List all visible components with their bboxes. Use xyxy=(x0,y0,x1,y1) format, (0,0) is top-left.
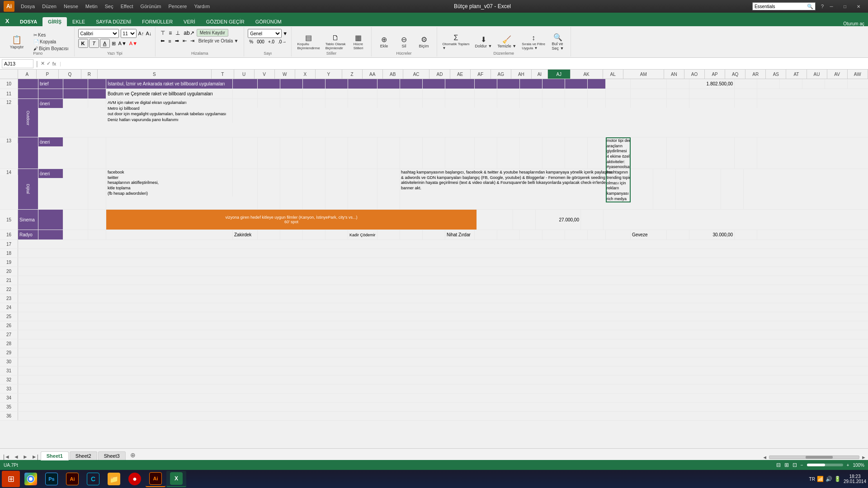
col-header-aq[interactable]: AQ xyxy=(725,70,745,79)
cell-a15[interactable]: Sinema xyxy=(18,210,38,230)
col-header-af[interactable]: AF xyxy=(471,70,491,79)
cell-ac10[interactable] xyxy=(445,79,475,89)
tab-gorunum[interactable]: GÖRÜNÜM xyxy=(250,17,287,26)
taskbar-files[interactable]: 📁 xyxy=(104,471,124,487)
cell-z14[interactable] xyxy=(377,169,400,209)
taskbar-illustrator[interactable]: Ai xyxy=(62,471,82,487)
sheet-tab-3[interactable]: Sheet3 xyxy=(98,451,126,460)
cell-ak16[interactable]: Geveze xyxy=(631,230,667,239)
format-button[interactable]: ⚙ Biçim xyxy=(415,34,433,49)
cell-aa13[interactable] xyxy=(400,137,423,169)
comma-icon[interactable]: 000 xyxy=(255,39,266,45)
menu-file[interactable]: Dosya xyxy=(18,3,38,10)
sheet-nav-last[interactable]: ►| xyxy=(30,454,40,460)
cell-am14[interactable] xyxy=(676,169,721,209)
cell-ac13[interactable] xyxy=(445,137,475,169)
cell-am13[interactable] xyxy=(689,137,735,169)
col-header-am[interactable]: AM xyxy=(623,70,664,79)
bold-button[interactable]: K xyxy=(78,39,88,48)
cell-q14[interactable] xyxy=(63,169,88,209)
col-header-ad[interactable]: AD xyxy=(429,70,450,79)
align-right-icon[interactable]: ➡ xyxy=(174,38,180,44)
menu-select[interactable]: Seç xyxy=(102,3,116,10)
cell-r15[interactable] xyxy=(88,210,106,230)
cell-ar10[interactable] xyxy=(825,79,848,89)
cell-ai12[interactable] xyxy=(588,99,606,108)
cell-ab11[interactable] xyxy=(423,89,445,99)
cell-t14[interactable] xyxy=(233,169,258,209)
cell-s10[interactable]: İstanbul, İzmir ve Ankarada raket ve bil… xyxy=(106,79,233,89)
cell-z16[interactable] xyxy=(377,230,400,239)
zoom-slider[interactable] xyxy=(807,464,843,466)
cell-al15[interactable] xyxy=(513,210,536,230)
taskbar-red-app[interactable]: ● xyxy=(125,471,145,487)
merge-dropdown-icon[interactable]: ▼ xyxy=(234,38,238,43)
align-middle-icon[interactable]: ≡ xyxy=(167,29,173,37)
zoom-in-icon[interactable]: + xyxy=(847,463,849,468)
cell-q16[interactable] xyxy=(63,230,88,239)
cell-r12[interactable] xyxy=(88,99,106,108)
cell-af16[interactable] xyxy=(520,230,542,239)
font-size-down-icon[interactable]: A↓ xyxy=(146,31,151,36)
sort-filter-button[interactable]: ↕ Sırala ve FiltreUygula ▼ xyxy=(520,33,547,51)
decrease-indent-icon[interactable]: ⇤ xyxy=(181,38,188,44)
taskbar-excel[interactable]: X xyxy=(166,471,186,487)
tab-giris[interactable]: GİRİŞ xyxy=(42,17,67,26)
cell-t12[interactable] xyxy=(233,99,258,108)
clear-button[interactable]: 🧹 Temizle ▼ xyxy=(495,34,518,49)
decrease-decimal-icon[interactable]: .0→ xyxy=(277,39,288,45)
copy-button[interactable]: 📄 Kopyala xyxy=(32,39,71,45)
col-header-aj[interactable]: AJ xyxy=(548,70,571,79)
conditional-format-button[interactable]: ▤ KoşulluBiçimlendirme xyxy=(295,33,321,51)
cell-aa10[interactable] xyxy=(400,79,423,89)
cell-aq10[interactable] xyxy=(802,79,825,89)
fill-color-button[interactable]: A▼ xyxy=(118,40,127,47)
cell-aa12[interactable] xyxy=(400,99,423,108)
cell-a12[interactable]: Outdoor xyxy=(18,99,38,137)
cell-v11[interactable] xyxy=(280,89,303,99)
cell-ap10[interactable] xyxy=(780,79,802,89)
table-format-button[interactable]: 🗋 Tablo OlarakBiçimlendir xyxy=(324,33,348,51)
spreadsheet-area[interactable]: A P Q R S T U V W X Y Z AA AB AC AD AE A… xyxy=(0,70,868,448)
cell-v12[interactable] xyxy=(280,99,303,108)
cell-q11[interactable] xyxy=(63,89,88,99)
cell-v16[interactable] xyxy=(280,230,303,239)
cell-ah16[interactable] xyxy=(565,230,588,239)
cell-r11[interactable] xyxy=(88,89,106,99)
cell-al11[interactable] xyxy=(667,89,689,99)
border-button[interactable]: ⊞ xyxy=(111,40,117,47)
angle-text-icon[interactable]: ab↗ xyxy=(182,29,195,37)
insert-button[interactable]: ⊕ Ekle xyxy=(375,34,393,49)
cell-an12[interactable] xyxy=(735,99,757,108)
cell-a11[interactable] xyxy=(18,89,38,99)
increase-decimal-icon[interactable]: +.0 xyxy=(267,39,276,45)
cell-w12[interactable] xyxy=(303,99,326,108)
cell-u11[interactable] xyxy=(258,89,280,99)
cell-z13[interactable] xyxy=(377,137,400,169)
col-header-ac[interactable]: AC xyxy=(403,70,430,79)
align-center-icon[interactable]: ≡ xyxy=(167,38,172,44)
col-header-at[interactable]: AT xyxy=(786,70,807,79)
cell-an11[interactable] xyxy=(735,89,757,99)
cell-reference-input[interactable] xyxy=(2,59,33,68)
col-header-u[interactable]: U xyxy=(234,70,255,79)
cell-y10[interactable] xyxy=(348,79,377,89)
tab-veri[interactable]: VERİ xyxy=(178,17,201,26)
col-header-aa[interactable]: AA xyxy=(363,70,383,79)
cancel-formula-icon[interactable]: ✕ xyxy=(41,61,45,66)
start-button[interactable]: ⊞ xyxy=(2,471,20,487)
col-header-ai[interactable]: AI xyxy=(532,70,548,79)
cell-ad12[interactable] xyxy=(475,99,497,108)
menu-window[interactable]: Pencere xyxy=(165,3,189,10)
sheet-tab-2[interactable]: Sheet2 xyxy=(70,451,97,460)
page-layout-view-icon[interactable]: ⊞ xyxy=(784,462,789,468)
cell-styles-button[interactable]: ▦ HücreStilleri xyxy=(349,33,368,51)
cut-button[interactable]: ✂ Kes xyxy=(32,32,71,38)
cell-p13[interactable]: öneri xyxy=(38,137,63,146)
cell-t16[interactable]: Zakirdek xyxy=(233,230,258,239)
menu-object[interactable]: Nesne xyxy=(61,3,81,10)
cell-af10[interactable] xyxy=(520,79,542,89)
cell-p12[interactable]: öneri xyxy=(38,99,63,108)
cell-ai11[interactable] xyxy=(588,89,606,99)
cell-u14[interactable] xyxy=(258,169,280,209)
